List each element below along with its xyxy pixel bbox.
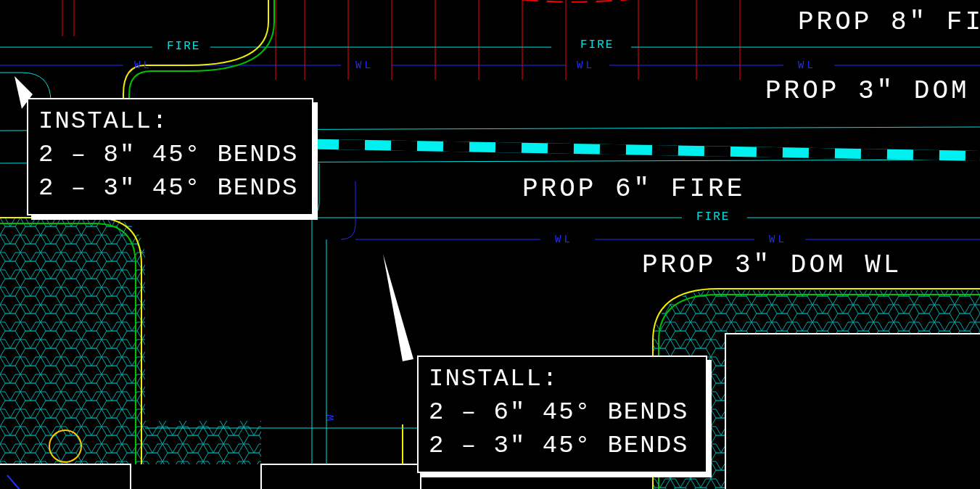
callout-install-lower: INSTALL: 2 – 6" 45° BENDS 2 – 3" 45° BEN… bbox=[417, 356, 707, 473]
label-prop-3-dom-top: PROP 3" DOM bbox=[765, 76, 970, 106]
wl-tag-2: WL bbox=[355, 59, 374, 71]
callout-lower-line1: 2 – 6" 45° BENDS bbox=[429, 396, 696, 430]
red-gridlines bbox=[62, 0, 740, 80]
leader-lower bbox=[383, 254, 413, 361]
hatch-area-left bbox=[0, 218, 261, 464]
callout-install-upper: INSTALL: 2 – 8" 45° BENDS 2 – 3" 45° BEN… bbox=[27, 98, 313, 215]
wl-tag-4: WL bbox=[798, 59, 816, 71]
wl-tag-6: WL bbox=[769, 234, 787, 245]
fire-tag-1: FIRE bbox=[167, 40, 200, 53]
wl-tag-1: WL bbox=[134, 59, 152, 71]
svg-rect-33 bbox=[261, 464, 421, 489]
callout-lower-line2: 2 – 3" 45° BENDS bbox=[429, 430, 696, 463]
svg-rect-32 bbox=[0, 464, 131, 489]
wl-tag-5: WL bbox=[555, 234, 573, 245]
callout-lower-title: INSTALL: bbox=[429, 363, 696, 396]
label-prop-8-fire: PROP 8" FI bbox=[798, 7, 980, 37]
label-prop-6-fire: PROP 6" FIRE bbox=[522, 174, 745, 204]
fire-tag-2: FIRE bbox=[580, 38, 614, 52]
cyan-vertical-center bbox=[312, 218, 326, 464]
callout-upper-line2: 2 – 3" 45° BENDS bbox=[38, 172, 302, 205]
label-prop-3-dom-wl: PROP 3" DOM WL bbox=[642, 250, 902, 280]
red-dashed-arc bbox=[377, 0, 740, 2]
svg-rect-34 bbox=[725, 334, 980, 489]
blue-tick-ll bbox=[7, 475, 29, 489]
wl-tag-3: WL bbox=[577, 59, 595, 71]
fire-tag-3: FIRE bbox=[696, 210, 730, 223]
cad-viewport[interactable]: W FIRE FIRE WL WL WL WL FIRE WL WL PROP … bbox=[0, 0, 980, 489]
callout-upper-title: INSTALL: bbox=[38, 105, 302, 139]
callout-upper-line1: 2 – 8" 45° BENDS bbox=[38, 139, 302, 172]
